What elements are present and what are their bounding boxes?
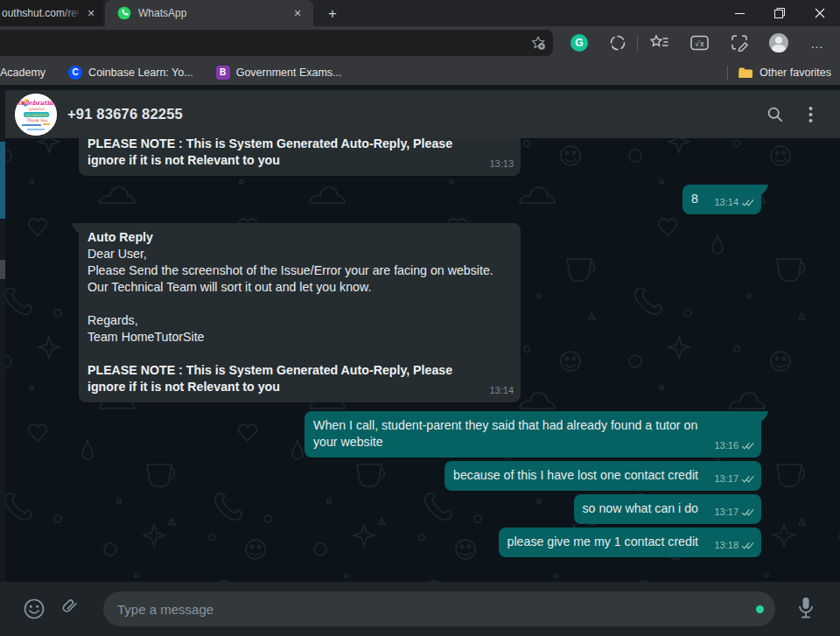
message-bubble-outgoing[interactable]: When I call, student-parent they said th… xyxy=(304,411,761,458)
chat-area: PLEASE NOTE : This is System Generated A… xyxy=(5,138,840,582)
message-time: 13:17 xyxy=(714,471,738,487)
profile-avatar-icon xyxy=(769,33,788,52)
profile-avatar[interactable] xyxy=(768,32,789,53)
message-text: PLEASE NOTE : This is System Generated A… xyxy=(88,138,512,169)
math-solver-icon[interactable]: √x xyxy=(689,32,710,53)
settings-menu-button[interactable]: … xyxy=(807,32,828,53)
ellipsis-icon: … xyxy=(810,36,824,51)
message-bubble-incoming[interactable]: Auto ReplyDear User,Please Send the scre… xyxy=(79,223,521,402)
kebab-menu-icon xyxy=(808,106,813,123)
contact-title: +91 83676 82255 xyxy=(67,106,183,122)
restore-button[interactable] xyxy=(760,0,800,26)
message-bubble-outgoing[interactable]: because of this I have lost one contact … xyxy=(444,461,761,491)
svg-text:√x: √x xyxy=(695,39,704,48)
message-meta: 13:14 xyxy=(489,382,514,399)
folder-icon xyxy=(738,66,753,79)
microphone-icon xyxy=(795,596,816,620)
whatsapp-page: Celebrating jubilation CELEBRATION Thank… xyxy=(0,85,840,636)
contact-avatar[interactable]: Celebrating jubilation CELEBRATION Thank… xyxy=(15,94,57,136)
grammarly-extension-icon[interactable]: G xyxy=(569,32,590,53)
browser-toolbar: G √x xyxy=(0,26,840,59)
bubble-tail xyxy=(761,185,768,196)
address-bar[interactable] xyxy=(0,30,553,56)
message-time: 13:14 xyxy=(714,194,738,211)
bookmark-government-exams[interactable]: B Government Exams... xyxy=(216,63,342,82)
message-bubble-outgoing[interactable]: please give me my 1 contact credit13:18 xyxy=(499,528,761,557)
message-time: 13:16 xyxy=(714,437,738,454)
grammarly-indicator xyxy=(756,605,764,613)
message-input[interactable] xyxy=(103,591,775,626)
close-button[interactable] xyxy=(800,0,840,26)
chat-search-button[interactable] xyxy=(758,97,793,132)
coinbase-icon: C xyxy=(68,66,82,80)
restore-icon xyxy=(774,8,785,18)
bubble-tail xyxy=(761,411,768,423)
web-capture-icon[interactable] xyxy=(729,32,750,53)
double-check-icon xyxy=(741,199,754,207)
double-check-icon xyxy=(741,475,754,484)
bookmarks-bar: Academy C Coinbase Learn: Yo... B Govern… xyxy=(0,59,840,85)
bookmarks-divider xyxy=(727,66,728,80)
message-time: 13:14 xyxy=(489,382,514,399)
svg-text:Celebrating: Celebrating xyxy=(18,99,57,107)
message-bubble-incoming[interactable]: PLEASE NOTE : This is System Generated A… xyxy=(79,138,521,176)
svg-text:jubilation: jubilation xyxy=(28,107,46,111)
minimize-icon xyxy=(735,9,745,18)
tab-label: WhatsApp xyxy=(138,7,186,19)
message-meta: 13:17 xyxy=(714,471,754,487)
other-favorites-button[interactable]: Other favorites xyxy=(727,66,831,80)
tab-label-fade xyxy=(61,0,84,26)
browser-window: outhshut.com/revi ✕ WhatsApp ✕ + xyxy=(0,0,840,636)
bookmark-b-icon: B xyxy=(216,66,230,80)
double-check-icon xyxy=(741,442,754,451)
extension-icon[interactable] xyxy=(607,32,628,53)
tab-close-icon[interactable]: ✕ xyxy=(290,6,304,20)
search-icon xyxy=(766,106,784,123)
close-icon xyxy=(815,8,825,18)
mic-button[interactable] xyxy=(794,597,817,619)
message-bubble-outgoing[interactable]: so now what can i do13:17 xyxy=(574,494,762,524)
svg-text:CELEBRATION: CELEBRATION xyxy=(25,113,47,116)
contact-avatar-image: Celebrating jubilation CELEBRATION Thank… xyxy=(15,94,57,136)
message-meta: 13:18 xyxy=(714,537,754,554)
svg-text:Thank You: Thank You xyxy=(26,118,47,122)
message-list: PLEASE NOTE : This is System Generated A… xyxy=(5,138,840,582)
double-check-icon xyxy=(741,508,754,517)
message-meta: 13:13 xyxy=(489,156,514,172)
bookmark-coinbase[interactable]: C Coinbase Learn: Yo... xyxy=(68,63,193,82)
composer-bar xyxy=(0,582,840,636)
browser-tab-bar: outhshut.com/revi ✕ WhatsApp ✕ + xyxy=(0,0,840,26)
message-time: 13:13 xyxy=(489,156,514,172)
whatsapp-favicon-icon xyxy=(117,6,131,20)
message-meta: 13:14 xyxy=(714,194,754,211)
bookmark-academy[interactable]: Academy xyxy=(0,63,46,82)
paperclip-icon xyxy=(60,598,82,620)
double-check-icon xyxy=(741,542,754,550)
add-favorite-icon[interactable] xyxy=(530,35,546,51)
message-bubble-outgoing[interactable]: 813:14 xyxy=(682,185,761,214)
tab-close-icon[interactable]: ✕ xyxy=(84,6,98,20)
chat-menu-button[interactable] xyxy=(793,97,828,132)
message-text: When I call, student-parent they said th… xyxy=(313,417,752,451)
minimize-button[interactable] xyxy=(719,0,760,26)
message-time: 13:17 xyxy=(714,504,738,521)
new-tab-button[interactable]: + xyxy=(322,3,343,24)
message-meta: 13:16 xyxy=(714,437,754,454)
toolbar-divider xyxy=(637,35,638,51)
message-text: Auto ReplyDear User,Please Send the scre… xyxy=(88,229,512,395)
message-meta: 13:17 xyxy=(714,504,754,521)
message-text: because of this I have lost one contact … xyxy=(453,467,752,484)
chat-header[interactable]: Celebrating jubilation CELEBRATION Thank… xyxy=(0,90,840,138)
emoji-button[interactable] xyxy=(23,598,46,620)
message-time: 13:18 xyxy=(714,537,738,554)
tab-mouthshut[interactable]: outhshut.com/revi ✕ xyxy=(0,0,103,26)
emoji-icon xyxy=(23,598,46,620)
bubble-tail xyxy=(72,223,79,234)
tab-whatsapp[interactable]: WhatsApp ✕ xyxy=(105,0,313,26)
collections-icon[interactable] xyxy=(649,32,670,53)
attach-button[interactable] xyxy=(60,598,82,620)
